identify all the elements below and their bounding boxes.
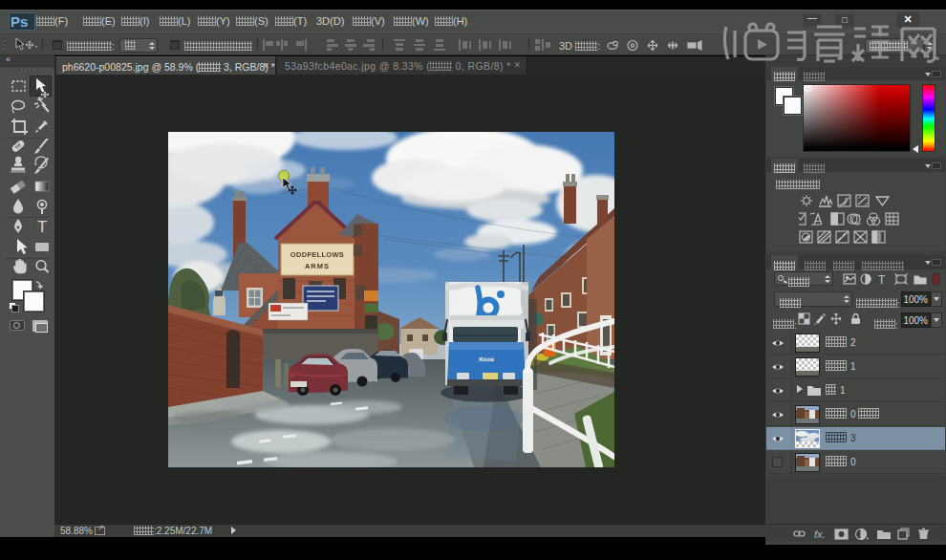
svg-text:ARMS: ARMS (305, 262, 330, 270)
svg-text:T: T (37, 218, 47, 236)
svg-text:T: T (878, 273, 886, 287)
svg-text:Knoa: Knoa (480, 356, 495, 362)
svg-text:ODDFELLOWS: ODDFELLOWS (290, 250, 344, 259)
svg-text:fx.: fx. (814, 528, 826, 540)
